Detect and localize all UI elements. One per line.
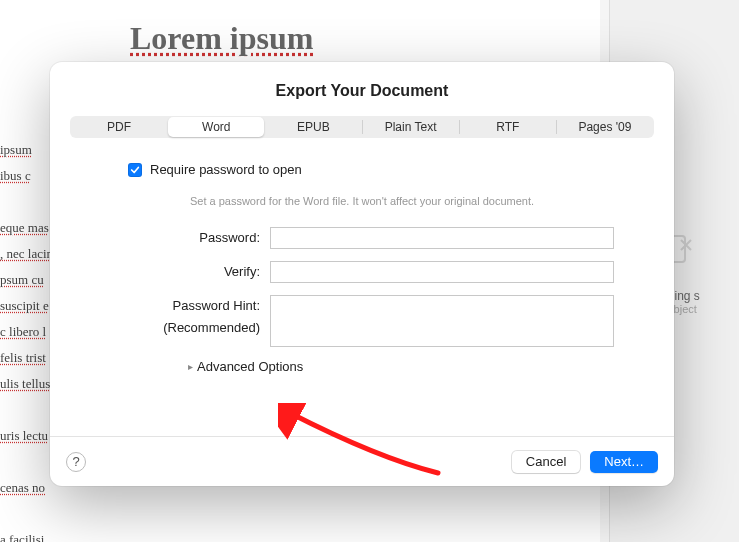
dialog-footer: ? Cancel Next… xyxy=(50,436,674,486)
helper-text: Set a password for the Word file. It won… xyxy=(110,195,614,207)
verify-input[interactable] xyxy=(270,261,614,283)
format-tab-plain-text[interactable]: Plain Text xyxy=(363,117,459,137)
dialog-title: Export Your Document xyxy=(50,62,674,116)
require-password-row[interactable]: Require password to open xyxy=(128,162,614,177)
format-tab-word[interactable]: Word xyxy=(168,117,264,137)
format-tab-rtf[interactable]: RTF xyxy=(460,117,556,137)
document-title: Lorem ipsum xyxy=(130,20,580,57)
require-password-label: Require password to open xyxy=(150,162,302,177)
format-tab-epub[interactable]: EPUB xyxy=(265,117,361,137)
format-tab-pages-09[interactable]: Pages '09 xyxy=(557,117,653,137)
help-button[interactable]: ? xyxy=(66,452,86,472)
format-tab-pdf[interactable]: PDF xyxy=(71,117,167,137)
verify-label: Verify: xyxy=(110,261,270,283)
password-label: Password: xyxy=(110,227,270,249)
require-password-checkbox[interactable] xyxy=(128,163,142,177)
format-tabs: PDFWordEPUBPlain TextRTFPages '09 xyxy=(70,116,654,138)
cancel-button[interactable]: Cancel xyxy=(512,451,580,473)
next-button[interactable]: Next… xyxy=(590,451,658,473)
hint-label: Password Hint: (Recommended) xyxy=(110,295,270,339)
export-dialog: Export Your Document PDFWordEPUBPlain Te… xyxy=(50,62,674,486)
hint-textarea[interactable] xyxy=(270,295,614,347)
chevron-right-icon: ▸ xyxy=(188,361,193,372)
export-form: Require password to open Set a password … xyxy=(50,138,674,436)
password-input[interactable] xyxy=(270,227,614,249)
advanced-options-label: Advanced Options xyxy=(197,359,303,374)
advanced-options-disclosure[interactable]: ▸ Advanced Options xyxy=(188,359,614,374)
